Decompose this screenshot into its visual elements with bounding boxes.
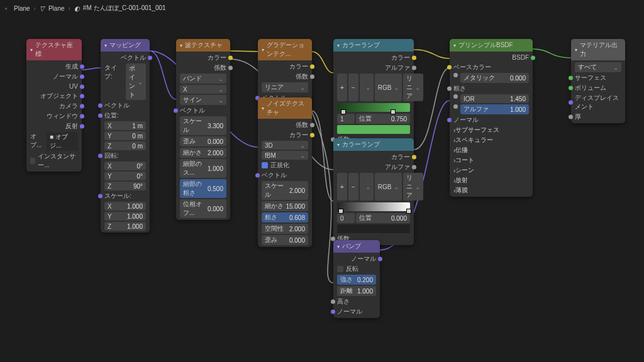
node-header[interactable]: カラーランプ bbox=[333, 39, 414, 52]
node-wave-texture[interactable]: 波テクスチャ カラー 係数 バンド X サイン ベクトル スケール3.300 歪… bbox=[176, 39, 230, 220]
node-mapping[interactable]: マッピング ベクトル タイプ:ポイント ベクトル 位置: X1 m Y0 m Z… bbox=[101, 39, 150, 233]
input-base-color: ベースカラー bbox=[450, 62, 533, 72]
mode-dropdown[interactable]: RGB bbox=[375, 173, 402, 200]
node-bump[interactable]: バンプ ノーマル 反転 強さ0.200 距離1.000 高さ ノーマル bbox=[333, 240, 380, 318]
output-fac: 係数 bbox=[176, 63, 230, 73]
output-generated: 生成 bbox=[26, 62, 82, 72]
node-header[interactable]: カラーランプ bbox=[333, 138, 414, 151]
fbm-dropdown[interactable]: fBM bbox=[262, 151, 308, 160]
node-header[interactable]: ノイズテクスチャ bbox=[258, 97, 312, 119]
node-texture-coord[interactable]: テクスチャ座標 生成 ノーマル UV オブジェクト カメラ ウィンドウ 反射 オ… bbox=[26, 39, 82, 172]
output-fac: 係数 bbox=[258, 72, 312, 82]
input-normal: ノーマル bbox=[450, 115, 533, 125]
output-color: カラー bbox=[333, 53, 414, 63]
output-camera: カメラ bbox=[26, 101, 82, 111]
input-volume: ボリューム bbox=[571, 83, 625, 93]
input-surface: サーフェス bbox=[571, 73, 625, 83]
normalize-checkbox[interactable] bbox=[262, 162, 268, 168]
band-dropdown[interactable]: バンド bbox=[180, 74, 226, 84]
node-header[interactable]: プリンシプルBSDF bbox=[450, 39, 533, 52]
axis-dropdown[interactable]: X bbox=[180, 85, 226, 94]
wave-dropdown[interactable]: サイン bbox=[180, 95, 226, 105]
gradient-bar[interactable] bbox=[337, 202, 410, 211]
input-roughness: 粗さ bbox=[450, 84, 533, 94]
output-vector: ベクトル bbox=[101, 53, 150, 63]
input-vector: ベクトル bbox=[176, 106, 230, 116]
object-picker[interactable]: ■ オブジ... bbox=[47, 132, 78, 151]
output-color: カラー bbox=[258, 130, 312, 140]
output-uv: UV bbox=[26, 82, 82, 91]
group-emission[interactable]: › 放射 bbox=[450, 175, 533, 185]
node-principled-bsdf[interactable]: プリンシプルBSDF BSDF ベースカラー メタリック0.000 粗さ IOR… bbox=[450, 39, 533, 197]
node-header[interactable]: マテリアル出力 bbox=[571, 39, 625, 60]
group-specular[interactable]: › スペキュラー bbox=[450, 135, 533, 145]
input-displacement: ディスプレイスメント bbox=[571, 93, 625, 112]
invert-checkbox[interactable] bbox=[337, 266, 343, 272]
node-header[interactable]: 波テクスチャ bbox=[176, 39, 230, 52]
remove-stop-button[interactable]: − bbox=[348, 74, 358, 101]
output-window: ウィンドウ bbox=[26, 111, 82, 121]
dim-dropdown[interactable]: 3D bbox=[262, 141, 308, 150]
input-vector: ベクトル bbox=[101, 101, 150, 111]
input-normal: ノーマル bbox=[333, 307, 380, 317]
node-color-ramp-2[interactable]: カラーランプ カラー アルファ +−RGBリニア 0位置0.000 係数 bbox=[333, 138, 414, 245]
interp-dropdown[interactable]: リニア bbox=[403, 74, 423, 101]
output-alpha: アルファ bbox=[333, 63, 414, 73]
output-object: オブジェクト bbox=[26, 91, 82, 101]
group-sheen[interactable]: › シーン bbox=[450, 165, 533, 175]
color-swatch[interactable] bbox=[337, 125, 410, 134]
add-stop-button[interactable]: + bbox=[337, 74, 347, 101]
type-dropdown[interactable]: ポイント bbox=[126, 63, 146, 100]
type-dropdown[interactable]: リニア bbox=[262, 82, 308, 92]
remove-stop-button[interactable]: − bbox=[348, 173, 358, 200]
node-noise-texture[interactable]: ノイズテクスチャ 係数 カラー 3D fBM 正規化 ベクトル スケール2.00… bbox=[258, 97, 312, 247]
output-fac: 係数 bbox=[258, 120, 312, 130]
node-gradient-texture[interactable]: グラデーションテク... カラー 係数 リニア ベクトル bbox=[258, 39, 312, 104]
input-vector: ベクトル bbox=[258, 170, 312, 180]
group-subsurface[interactable]: › サブサーフェス bbox=[450, 125, 533, 135]
group-thin-film[interactable]: › 薄膜 bbox=[450, 185, 533, 195]
node-header[interactable]: マッピング bbox=[101, 39, 150, 52]
input-thickness: 厚 bbox=[571, 112, 625, 122]
node-material-output[interactable]: マテリアル出力 すべて サーフェス ボリューム ディスプレイスメント 厚 bbox=[571, 39, 625, 123]
node-header[interactable]: バンプ bbox=[333, 240, 380, 253]
input-height: 高さ bbox=[333, 297, 380, 307]
group-transmission[interactable]: › 伝播 bbox=[450, 145, 533, 155]
node-header[interactable]: テクスチャ座標 bbox=[26, 39, 82, 60]
output-normal: ノーマル bbox=[26, 72, 82, 82]
output-reflection: 反射 bbox=[26, 121, 82, 131]
add-stop-button[interactable]: + bbox=[337, 173, 347, 200]
group-coat[interactable]: › コート bbox=[450, 155, 533, 165]
color-swatch[interactable] bbox=[337, 224, 410, 233]
target-dropdown[interactable]: すべて bbox=[575, 62, 621, 72]
output-color: カラー bbox=[258, 62, 312, 72]
mode-dropdown[interactable]: RGB bbox=[375, 74, 402, 101]
output-normal: ノーマル bbox=[333, 254, 380, 264]
output-bsdf: BSDF bbox=[450, 53, 533, 62]
node-header[interactable]: グラデーションテク... bbox=[258, 39, 312, 60]
gradient-bar[interactable] bbox=[337, 103, 410, 112]
instancer-checkbox[interactable] bbox=[30, 158, 35, 164]
output-color: カラー bbox=[333, 152, 414, 162]
output-alpha: アルファ bbox=[333, 162, 414, 172]
output-color: カラー bbox=[176, 53, 230, 63]
node-editor-canvas[interactable]: テクスチャ座標 生成 ノーマル UV オブジェクト カメラ ウィンドウ 反射 オ… bbox=[0, 0, 644, 362]
node-color-ramp-1[interactable]: カラーランプ カラー アルファ +−RGBリニア 1位置0.750 係数 bbox=[333, 39, 414, 146]
interp-dropdown[interactable]: リニア bbox=[403, 173, 423, 200]
